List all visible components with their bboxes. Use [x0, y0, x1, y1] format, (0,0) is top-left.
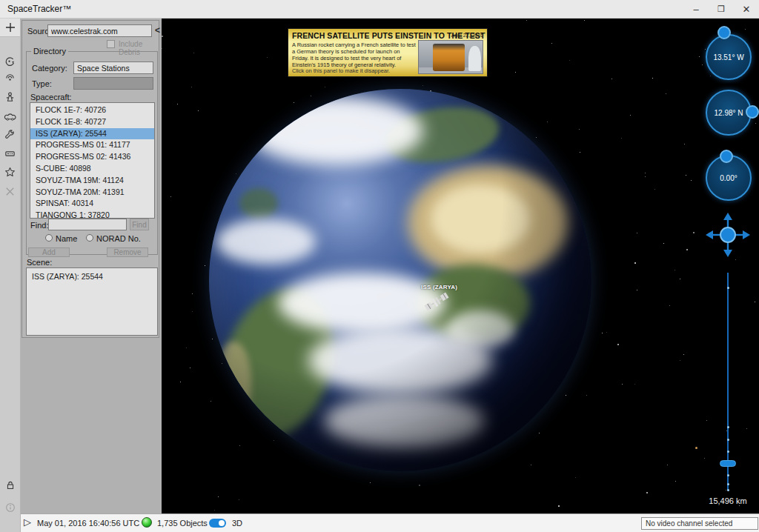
- news-photo: [418, 40, 483, 74]
- rotation-dial[interactable]: 0.00°: [706, 155, 752, 201]
- pan-control[interactable]: [704, 211, 752, 259]
- scene-item[interactable]: ISS (ZARYA): 25544: [27, 271, 157, 283]
- altitude-readout: 15,496 km: [691, 496, 759, 505]
- maximize-button[interactable]: ❒: [709, 0, 734, 19]
- news-dismiss-note: Click on this panel to make it disappear…: [292, 67, 390, 74]
- rotation-value: 0.00°: [707, 156, 750, 199]
- info-button[interactable]: [0, 499, 20, 516]
- spacecraft-item[interactable]: SOYUZ-TMA 20M: 41391: [30, 187, 154, 199]
- slider-tick: [727, 483, 729, 485]
- latitude-dial-knob[interactable]: [746, 105, 759, 119]
- find-button[interactable]: Find: [130, 219, 149, 230]
- sidebar: Source: < Include Debris Directory Categ…: [21, 19, 162, 513]
- wrench-icon: [4, 129, 16, 142]
- spacecraft-item[interactable]: SOYUZ-TMA 19M: 41124: [30, 175, 154, 187]
- spacecraft-label: Spacecraft:: [30, 93, 72, 102]
- latitude-value: 12.98° N: [707, 91, 750, 134]
- ground-station-icon: [4, 72, 16, 84]
- play-button[interactable]: ▷: [24, 516, 31, 528]
- control-panel-button[interactable]: [0, 144, 20, 162]
- toggle-knob: [219, 520, 225, 526]
- favorites-button[interactable]: [0, 163, 20, 181]
- news-date: April 22, 2016: [451, 33, 483, 38]
- lock-button[interactable]: [0, 476, 20, 494]
- close-button[interactable]: ✕: [734, 0, 759, 19]
- collapse-panel-button[interactable]: <: [155, 25, 160, 36]
- slider-tick: [727, 450, 729, 453]
- slider-tick: [727, 426, 729, 428]
- category-input[interactable]: [73, 61, 153, 74]
- spacecraft-item[interactable]: PROGRESS-MS 02: 41436: [30, 151, 154, 163]
- orbit-view-button[interactable]: [0, 53, 20, 70]
- category-label: Category:: [32, 64, 67, 73]
- status-bar: ▷ May 01, 2016 16:40:56 UTC 1,735 Object…: [21, 513, 759, 532]
- type-label: Type:: [32, 79, 52, 88]
- spacecraft-item[interactable]: S-CUBE: 40898: [30, 163, 154, 175]
- remove-object-button[interactable]: [0, 182, 20, 200]
- include-debris-checkbox[interactable]: [107, 40, 115, 48]
- source-input[interactable]: [47, 24, 152, 37]
- spacetracker-window: SpaceTracker™ – ❒ ✕: [0, 0, 759, 532]
- iss-marker[interactable]: ISS (ZARYA): [414, 284, 473, 321]
- news-banner[interactable]: FRENCH SATELLITE PUTS EINSTEIN TO THE TE…: [288, 28, 488, 77]
- slider-tick: [727, 439, 729, 441]
- news-body: A Russian rocket carrying a French satel…: [292, 41, 417, 68]
- app-title: SpaceTracker™: [7, 4, 71, 14]
- rotation-dial-knob[interactable]: [720, 150, 733, 163]
- slider-tick: [727, 474, 729, 476]
- minimize-button[interactable]: –: [683, 0, 709, 19]
- radio-name-label: Name: [56, 234, 77, 243]
- spacecraft-item[interactable]: FLOCK 1E-8: 40727: [30, 116, 154, 128]
- photo-technician: [468, 46, 481, 71]
- longitude-dial-knob[interactable]: [717, 26, 731, 39]
- slider-tick: [727, 489, 729, 491]
- earth-globe[interactable]: [209, 89, 591, 471]
- console-icon: [4, 147, 16, 160]
- spacecraft-item-selected[interactable]: ISS (ZARYA): 25544: [30, 128, 154, 140]
- add-button[interactable]: [0, 19, 20, 37]
- directory-title: Directory: [31, 47, 68, 56]
- title-bar: SpaceTracker™ – ❒ ✕: [0, 0, 759, 19]
- find-input[interactable]: [48, 219, 127, 230]
- tools-button[interactable]: [0, 126, 20, 144]
- mode-3d-label: 3D: [232, 519, 242, 528]
- longitude-dial[interactable]: 13.51° W: [706, 34, 752, 80]
- zoom-slider-track[interactable]: [727, 273, 729, 491]
- find-label: Find:: [30, 221, 48, 230]
- zoom-slider-handle[interactable]: [720, 460, 736, 467]
- constellation-button[interactable]: [0, 107, 20, 125]
- spacecraft-item[interactable]: TIANGONG 1: 37820: [30, 210, 154, 219]
- star-icon: [4, 166, 16, 179]
- viewport-3d[interactable]: ISS (ZARYA) FRENCH SATELLITE PUTS EINSTE…: [162, 19, 759, 513]
- radio-norad[interactable]: [86, 234, 93, 242]
- constellation-icon: [4, 110, 16, 123]
- longitude-value: 13.51° W: [707, 36, 750, 79]
- earth-terminator-shading: [209, 89, 591, 471]
- spacecraft-item[interactable]: SPINSAT: 40314: [30, 198, 154, 210]
- objects-count: 1,735 Objects: [157, 519, 208, 528]
- datetime-readout: May 01, 2016 16:40:56 UTC: [37, 519, 139, 528]
- spacecraft-item[interactable]: PROGRESS-MS 01: 41177: [30, 139, 154, 151]
- ground-station-button[interactable]: [0, 69, 20, 87]
- close-x-icon: [4, 186, 16, 197]
- iss-model-icon: [422, 289, 451, 315]
- directory-groupbox: Directory Category: Type: Spacecraft: FL…: [26, 51, 158, 255]
- add-button-spacecraft[interactable]: Add: [28, 247, 70, 257]
- figure-icon: [4, 91, 16, 104]
- photo-satellite: [433, 44, 465, 71]
- latitude-dial[interactable]: 12.98° N: [706, 90, 752, 136]
- launch-figure-button[interactable]: [0, 88, 20, 106]
- scene-label: Scene:: [27, 258, 52, 267]
- pan-knob[interactable]: [720, 227, 736, 243]
- spacecraft-item[interactable]: FLOCK 1E-7: 40726: [30, 104, 154, 116]
- radio-name[interactable]: [45, 234, 53, 242]
- mode-3d-toggle[interactable]: [209, 519, 226, 528]
- radio-norad-label: NORAD No.: [96, 234, 141, 243]
- video-channel-selector[interactable]: No video channel selected: [641, 517, 758, 530]
- spacecraft-list: FLOCK 1E-7: 40726 FLOCK 1E-8: 40727 ISS …: [30, 102, 155, 219]
- iss-label: ISS (ZARYA): [421, 284, 457, 290]
- type-input: [73, 77, 153, 90]
- remove-button[interactable]: Remove: [107, 247, 148, 257]
- info-icon: [4, 502, 16, 513]
- tool-column: [0, 19, 21, 532]
